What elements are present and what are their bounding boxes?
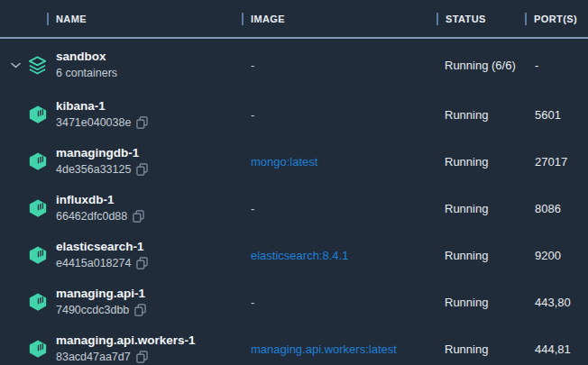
copy-icon[interactable] bbox=[133, 210, 144, 223]
ports-cell: 8086 bbox=[535, 202, 588, 215]
status-cell: Running (6/6) bbox=[445, 59, 535, 72]
copy-icon[interactable] bbox=[136, 116, 148, 129]
table-row-managingdb-1[interactable]: managingdb-1 4de356a33125 mongo:latest R… bbox=[0, 138, 588, 185]
container-id: 7490ccdc3dbb bbox=[56, 302, 129, 318]
container-box-icon bbox=[27, 105, 48, 125]
container-box-icon bbox=[27, 198, 48, 219]
container-name: kibana-1 bbox=[56, 98, 251, 114]
containers-table: NAME IMAGE STATUS PORT(S) sandbox 6 cont… bbox=[0, 0, 588, 365]
container-box-icon bbox=[27, 339, 48, 360]
table-row-influxdb-1[interactable]: influxdb-1 66462dfc0d88 - Running 8086 bbox=[0, 185, 588, 232]
table-row-group-sandbox[interactable]: sandbox 6 containers - Running (6/6) - bbox=[0, 39, 588, 91]
image-cell: - bbox=[251, 108, 445, 122]
stack-icon bbox=[27, 55, 48, 76]
status-cell: Running bbox=[445, 202, 535, 215]
container-name: managing.api-1 bbox=[56, 286, 251, 302]
container-box-icon bbox=[27, 245, 48, 266]
container-name: elasticsearch-1 bbox=[56, 239, 251, 255]
image-link[interactable]: mongo:latest bbox=[251, 155, 445, 169]
copy-icon[interactable] bbox=[136, 257, 148, 269]
column-header-image-label: IMAGE bbox=[251, 14, 285, 24]
table-row-elasticsearch-1[interactable]: elasticsearch-1 e4415a018274 elasticsear… bbox=[0, 232, 588, 278]
container-name: influxdb-1 bbox=[56, 192, 251, 208]
status-cell: Running bbox=[445, 108, 535, 122]
status-cell: Running bbox=[445, 155, 535, 169]
column-header-status-label: STATUS bbox=[446, 14, 486, 24]
chevron-down-icon[interactable] bbox=[11, 62, 21, 68]
column-header-name-label: NAME bbox=[56, 14, 87, 24]
copy-icon[interactable] bbox=[134, 304, 146, 316]
ports-cell: 5601 bbox=[535, 108, 588, 122]
status-cell: Running bbox=[445, 296, 535, 309]
image-cell: - bbox=[251, 296, 445, 309]
copy-icon[interactable] bbox=[136, 351, 148, 363]
table-row-managing-api-1[interactable]: managing.api-1 7490ccdc3dbb - Running 44… bbox=[0, 278, 588, 325]
container-name: managing.api.workers-1 bbox=[56, 333, 251, 349]
column-separator bbox=[47, 13, 49, 25]
image-cell: - bbox=[251, 202, 445, 215]
status-cell: Running bbox=[445, 342, 535, 356]
status-cell: Running bbox=[445, 249, 535, 262]
column-header-ports[interactable]: PORT(S) bbox=[525, 13, 588, 25]
container-id: 4de356a33125 bbox=[56, 161, 131, 178]
column-header-ports-label: PORT(S) bbox=[534, 14, 577, 24]
container-box-icon bbox=[27, 292, 48, 313]
ports-cell: 9200 bbox=[535, 249, 588, 262]
ports-cell: 27017 bbox=[535, 155, 588, 169]
image-cell: - bbox=[251, 59, 445, 72]
copy-icon[interactable] bbox=[136, 163, 148, 176]
container-id: 3471e040038e bbox=[56, 114, 131, 131]
column-separator bbox=[525, 13, 527, 25]
ports-cell: 444,81 bbox=[535, 342, 588, 356]
ports-cell: - bbox=[535, 59, 588, 72]
column-separator bbox=[242, 13, 243, 25]
column-header-name[interactable]: NAME bbox=[47, 13, 242, 25]
container-name: managingdb-1 bbox=[56, 145, 251, 161]
table-header: NAME IMAGE STATUS PORT(S) bbox=[0, 0, 588, 39]
group-container-count: 6 containers bbox=[56, 65, 251, 81]
column-separator bbox=[436, 13, 438, 25]
table-row-managing-api-workers-1[interactable]: managing.api.workers-1 83acd47aa7d7 mana… bbox=[0, 325, 588, 365]
column-header-image[interactable]: IMAGE bbox=[242, 13, 436, 25]
container-id: 66462dfc0d88 bbox=[56, 208, 127, 224]
ports-cell: 443,80 bbox=[535, 296, 588, 309]
group-name: sandbox bbox=[56, 49, 251, 65]
image-link[interactable]: elasticsearch:8.4.1 bbox=[251, 249, 445, 262]
container-box-icon bbox=[27, 151, 48, 172]
container-id: 83acd47aa7d7 bbox=[56, 349, 131, 365]
table-row-kibana-1[interactable]: kibana-1 3471e040038e - Running 5601 bbox=[0, 91, 588, 138]
container-id: e4415a018274 bbox=[56, 255, 131, 271]
image-link[interactable]: managing.api.workers:latest bbox=[251, 342, 445, 356]
column-header-status[interactable]: STATUS bbox=[436, 13, 525, 25]
